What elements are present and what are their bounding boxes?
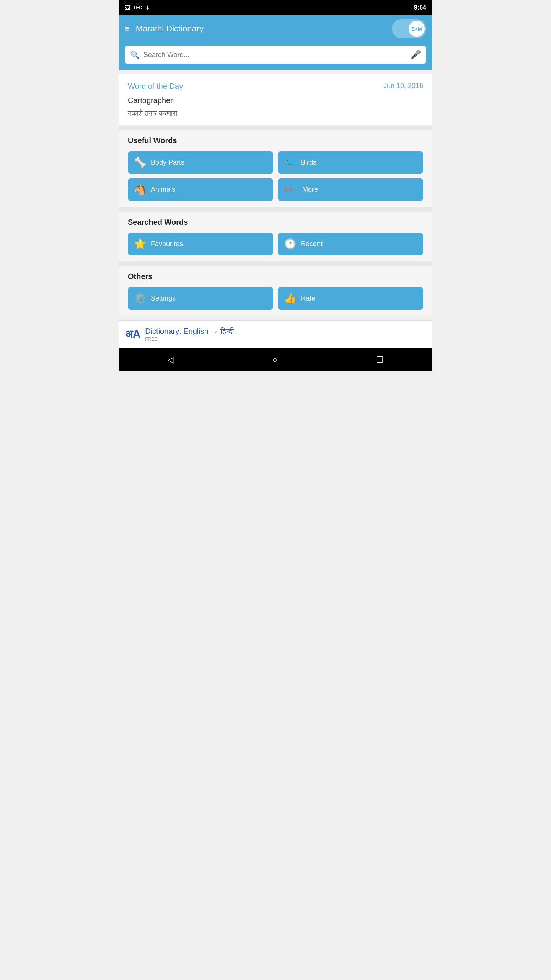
ad-banner[interactable]: अA Dictionary: English → हिन्दी FREE [119,320,432,348]
mic-icon[interactable]: 🎤 [411,50,421,60]
favourites-button[interactable]: ⭐ Favourites [128,233,273,255]
rate-button[interactable]: 👍 Rate [278,287,423,310]
wod-header: Word of the Day Jun 10, 2016 [128,82,423,91]
animals-button[interactable]: 🐴 Animals [128,178,273,201]
searched-words-section: Searched Words ⭐ Favourites 🕐 Recent [119,212,432,261]
word-of-the-day-section: Word of the Day Jun 10, 2016 Cartographe… [119,74,432,126]
language-toggle[interactable]: E>M [392,19,426,38]
recent-button[interactable]: 🕐 Recent [278,233,423,255]
body-parts-icon: 🦴 [134,157,146,168]
wod-word: Cartographer [128,96,423,105]
more-arrows-icon: >> [284,185,296,194]
home-nav-icon[interactable]: ○ [272,355,277,365]
photo-icon: 🖼 [125,5,130,11]
useful-words-title: Useful Words [125,136,426,145]
wod-translation: नकाशे तयार करणारा [128,109,423,118]
recent-icon: 🕐 [284,238,296,250]
status-bar: 🖼 TED ⬇ 9:54 [119,0,432,15]
searched-words-grid: ⭐ Favourites 🕐 Recent [125,233,426,255]
status-bar-left-icons: 🖼 TED ⬇ [125,5,150,11]
rate-label: Rate [301,294,315,302]
wod-title: Word of the Day [128,82,183,91]
divider-3 [119,261,432,266]
ad-logo-icon: अA [125,328,140,341]
settings-icon: ⚙️ [134,292,146,304]
search-wrapper: 🔍 🎤 [125,46,426,64]
birds-button[interactable]: 🐦 Birds [278,151,423,174]
app-title: Marathi Dictionary [136,24,386,34]
birds-icon: 🐦 [284,157,296,168]
toggle-label: E>M [409,21,425,37]
more-button[interactable]: >> More [278,178,423,201]
search-input[interactable] [143,51,411,59]
search-icon: 🔍 [130,50,140,59]
nav-bar: ◁ ○ ☐ [119,348,432,371]
favourites-label: Favourites [151,240,183,248]
useful-words-section: Useful Words 🦴 Body Parts 🐦 Birds 🐴 Anim… [119,130,432,207]
ad-text: Dictionary: English → हिन्दी [145,327,234,336]
back-nav-icon[interactable]: ◁ [168,355,174,365]
divider-2 [119,207,432,212]
app-header: ≡ Marathi Dictionary E>M [119,15,432,42]
ad-content: Dictionary: English → हिन्दी FREE [145,327,234,342]
ad-free-label: FREE [145,336,234,342]
animals-label: Animals [151,186,175,194]
more-label: More [302,186,318,194]
rate-icon: 👍 [284,292,296,304]
search-bar-container: 🔍 🎤 [119,42,432,70]
settings-label: Settings [151,294,176,302]
body-parts-button[interactable]: 🦴 Body Parts [128,151,273,174]
menu-icon[interactable]: ≡ [125,24,130,34]
useful-words-grid: 🦴 Body Parts 🐦 Birds 🐴 Animals >> More [125,151,426,201]
searched-words-title: Searched Words [125,218,426,227]
wod-date: Jun 10, 2016 [383,82,423,91]
settings-button[interactable]: ⚙️ Settings [128,287,273,310]
recent-nav-icon[interactable]: ☐ [376,355,383,365]
download-icon: ⬇ [145,5,150,11]
others-section: Others ⚙️ Settings 👍 Rate [119,266,432,316]
favourites-icon: ⭐ [134,238,146,250]
others-title: Others [125,272,426,281]
body-parts-label: Body Parts [151,158,184,167]
animals-icon: 🐴 [134,184,146,196]
time-display: 9:54 [414,4,426,11]
birds-label: Birds [301,158,316,167]
others-grid: ⚙️ Settings 👍 Rate [125,287,426,310]
divider-1 [119,126,432,130]
recent-label: Recent [301,240,323,248]
ted-icon: TED [133,5,142,10]
